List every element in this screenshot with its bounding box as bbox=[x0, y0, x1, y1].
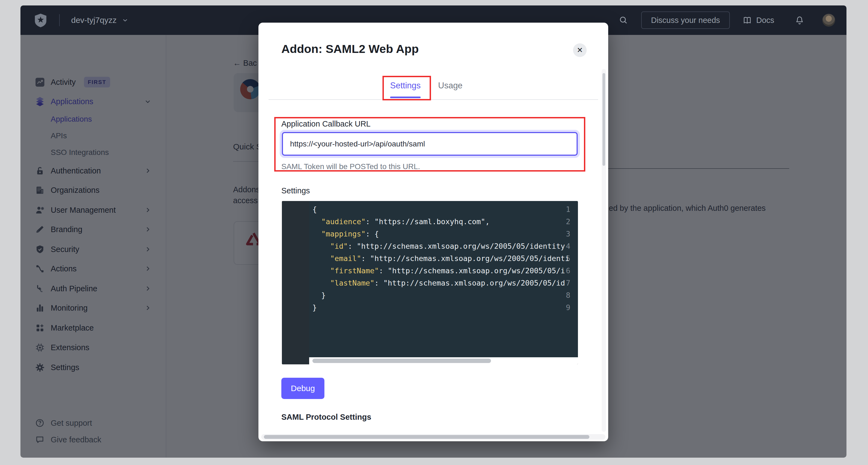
debug-button[interactable]: Debug bbox=[281, 378, 324, 399]
callback-url-helper: SAML Token will be POSTed to this URL. bbox=[281, 162, 420, 171]
tenant-name: dev-tyj7qyzz bbox=[71, 16, 117, 25]
code-line: { bbox=[312, 203, 578, 215]
close-icon[interactable]: ✕ bbox=[573, 43, 587, 57]
code-line: } bbox=[312, 289, 578, 301]
modal-vertical-scrollbar-thumb[interactable] bbox=[602, 73, 605, 166]
settings-section-label: Settings bbox=[281, 186, 310, 195]
modal-vertical-scrollbar[interactable] bbox=[602, 69, 606, 432]
app-window: Activity FIRST Applications Applications… bbox=[21, 5, 846, 458]
topbar-divider bbox=[59, 14, 60, 26]
discuss-your-needs-button[interactable]: Discuss your needs bbox=[641, 11, 730, 29]
callback-url-input[interactable] bbox=[282, 132, 578, 156]
notifications-button[interactable] bbox=[793, 13, 807, 27]
tab-settings[interactable]: Settings bbox=[390, 81, 421, 91]
tenant-switcher[interactable]: dev-tyj7qyzz bbox=[71, 5, 129, 35]
tab-usage[interactable]: Usage bbox=[438, 81, 463, 91]
chevron-down-icon bbox=[122, 17, 129, 24]
docs-label: Docs bbox=[756, 16, 774, 25]
callback-url-label: Application Callback URL bbox=[281, 119, 370, 128]
user-avatar[interactable] bbox=[822, 13, 835, 27]
editor-horizontal-scrollbar-thumb[interactable] bbox=[312, 359, 491, 363]
code-line: "lastName": "http://schemas.xmlsoap.org/… bbox=[312, 277, 578, 289]
docs-link[interactable]: Docs bbox=[743, 5, 774, 35]
code-line: "audience": "https://saml.boxyhq.com", bbox=[312, 215, 578, 228]
saml-protocol-settings-heading: SAML Protocol Settings bbox=[281, 413, 371, 422]
search-icon bbox=[619, 16, 628, 25]
modal-title: Addon: SAML2 Web App bbox=[281, 42, 419, 56]
code-line: "email": "http://schemas.xmlsoap.org/ws/… bbox=[312, 252, 578, 265]
active-tab-underline bbox=[390, 96, 421, 98]
tabs-divider bbox=[269, 99, 598, 100]
book-icon bbox=[743, 16, 752, 25]
addon-saml2-modal: Addon: SAML2 Web App ✕ Settings Usage Ap… bbox=[258, 23, 608, 441]
auth0-logo-icon[interactable] bbox=[34, 13, 47, 28]
code-line: } bbox=[312, 301, 578, 314]
code-line: "firstName": "http://schemas.xmlsoap.org… bbox=[312, 265, 578, 277]
search-button[interactable] bbox=[616, 13, 630, 27]
editor-horizontal-scrollbar[interactable] bbox=[309, 357, 578, 365]
settings-json-editor[interactable]: 1 2 3 4 5 6 7 8 9 { "audience": "https:/… bbox=[282, 201, 578, 365]
modal-horizontal-scrollbar-thumb[interactable] bbox=[264, 435, 589, 439]
modal-horizontal-scrollbar[interactable] bbox=[261, 434, 606, 440]
code-line: "id": "http://schemas.xmlsoap.org/ws/200… bbox=[312, 240, 578, 252]
bell-icon bbox=[795, 16, 804, 25]
code-line: "mappings": { bbox=[312, 228, 578, 240]
editor-gutter bbox=[282, 201, 309, 365]
